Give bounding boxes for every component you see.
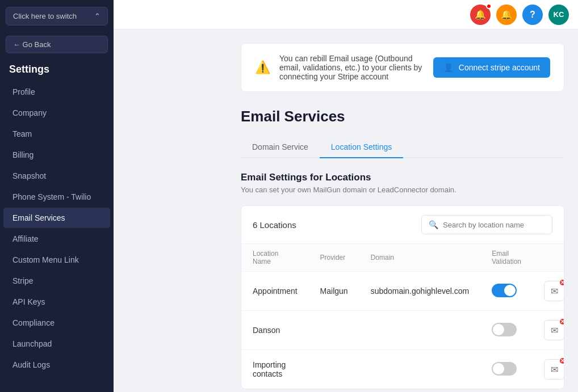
sidebar-item-custom-menu[interactable]: Custom Menu Link [3,250,110,270]
sidebar-item-profile[interactable]: Profile [3,82,110,102]
page-title: Email Services [241,108,564,125]
email-validation-toggle[interactable] [492,323,517,336]
email-icon-button[interactable]: ✉ ✕ [544,359,564,380]
notification-red-icon[interactable]: 🔔 [470,5,491,25]
email-icon-button[interactable]: ✉ ✕ [544,320,564,340]
sidebar-item-billing[interactable]: Billing [3,145,110,165]
sidebar-item-affiliate[interactable]: Affiliate [3,229,110,249]
tabs-container: Domain Service Location Settings [241,137,564,158]
cell-actions: ✉ ✕ ✏ [533,350,564,389]
sidebar-item-stripe[interactable]: Stripe [3,271,110,291]
col-domain: Domain [359,244,481,272]
stripe-banner: ⚠️ You can rebill Email usage (Outbound … [241,43,564,92]
cell-location-name: Importing contacts [241,350,309,389]
email-error-badge: ✕ [559,279,564,286]
cell-provider: Mailgun [309,272,359,311]
sidebar-item-company[interactable]: Company [3,103,110,123]
tab-location-settings[interactable]: Location Settings [320,137,403,158]
sidebar-title: Settings [0,59,114,81]
sidebar: Click here to switch ⌃ ← Go Back Setting… [0,0,114,392]
email-error-badge: ✕ [559,357,564,365]
locations-table: Location Name Provider Domain Email Vali… [241,243,564,389]
table-top-bar: 6 Locations 🔍 [241,206,564,243]
user-plus-icon: 👤 [443,63,453,72]
col-email-validation: Email Validation [480,244,533,272]
cell-provider [309,311,359,350]
sidebar-item-api-keys[interactable]: API Keys [3,292,110,312]
cell-actions: ✉ ✕ ✏ [533,272,564,311]
col-provider: Provider [309,244,359,272]
col-actions [533,244,564,272]
switcher-icon: ⌃ [94,12,100,20]
section-subtitle: You can set your own MailGun domain or L… [241,186,564,194]
cell-toggle[interactable] [480,350,533,389]
email-validation-toggle[interactable] [492,362,517,376]
sidebar-item-launchpad[interactable]: Launchpad [3,334,110,354]
locations-count: 6 Locations [253,220,296,230]
alert-orange-icon[interactable]: 🔔 [496,5,517,25]
locations-table-card: 6 Locations 🔍 Location Name Provider Dom… [241,205,564,389]
cell-location-name: Appointment [241,272,309,311]
search-input-wrapper[interactable]: 🔍 [421,215,552,234]
table-row: Danson ✉ ✕ ✏ [241,311,564,350]
go-back-label: ← Go Back [13,40,51,49]
switcher-label: Click here to switch [13,12,77,20]
search-icon: 🔍 [429,220,438,229]
tab-domain-service[interactable]: Domain Service [241,137,320,158]
col-location-name: Location Name [241,244,309,272]
cell-actions: ✉ ✕ ✏ [533,311,564,350]
notification-badge [486,3,492,9]
search-input[interactable] [443,221,545,229]
banner-text: You can rebill Email usage (Outbound ema… [279,54,424,81]
section-title: Email Settings for Locations [241,172,564,183]
sidebar-item-audit-logs[interactable]: Audit Logs [3,355,110,375]
sidebar-item-team[interactable]: Team [3,124,110,144]
cell-domain [359,350,481,389]
email-validation-toggle[interactable] [492,284,517,297]
connect-stripe-button[interactable]: 👤Connect stripe account [433,57,550,78]
cell-location-name: Danson [241,311,309,350]
sidebar-item-snapshot[interactable]: Snapshot [3,166,110,186]
main-content: ⚠️ You can rebill Email usage (Outbound … [227,29,578,392]
header: 🔔 🔔 ? KC [114,0,578,29]
user-avatar[interactable]: KC [548,5,569,25]
sidebar-nav: ProfileCompanyTeamBillingSnapshotPhone S… [0,81,114,376]
table-row: Importing contacts ✉ ✕ ✏ [241,350,564,389]
sidebar-item-email-services[interactable]: Email Services [3,208,110,228]
cell-provider [309,350,359,389]
table-body: Appointment Mailgun subdomain.gohighleve… [241,272,564,389]
cell-domain: subdomain.gohighlevel.com [359,272,481,311]
go-back-button[interactable]: ← Go Back [6,36,108,53]
sidebar-item-phone-system[interactable]: Phone System - Twilio [3,187,110,207]
sidebar-item-compliance[interactable]: Compliance [3,313,110,333]
help-icon[interactable]: ? [522,5,543,25]
cell-domain [359,311,481,350]
cell-toggle[interactable] [480,311,533,350]
cell-toggle[interactable] [480,272,533,311]
email-icon-button[interactable]: ✉ ✕ [544,281,564,301]
sidebar-switcher[interactable]: Click here to switch ⌃ [6,7,108,26]
email-error-badge: ✕ [559,318,564,326]
warning-icon: ⚠️ [255,60,270,75]
table-row: Appointment Mailgun subdomain.gohighleve… [241,272,564,311]
